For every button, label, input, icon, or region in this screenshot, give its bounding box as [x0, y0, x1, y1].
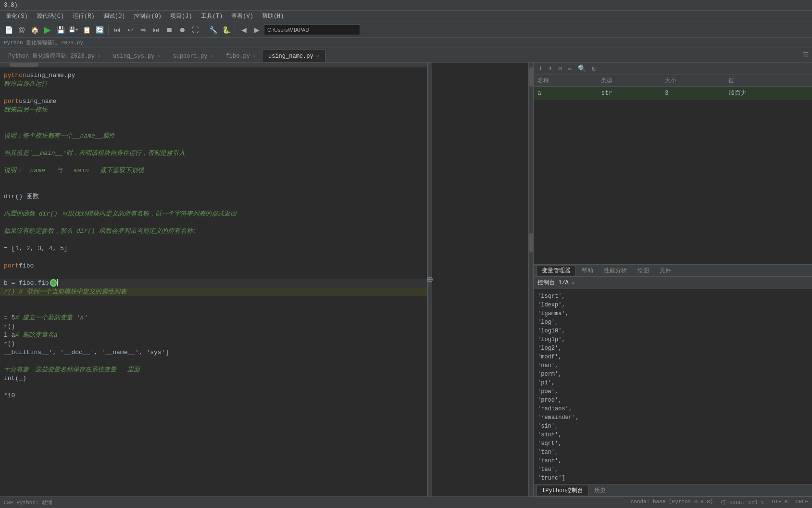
code-comment-3: 说明：每个模块都有一个__name__属性 [4, 132, 115, 140]
toolbar-home[interactable]: 🏠 [29, 24, 40, 36]
menu-run[interactable]: 运行(R) [69, 11, 99, 21]
tab-menu-button[interactable]: ☰ [800, 51, 812, 59]
tab-1[interactable]: using_sys.py ✕ [107, 50, 166, 62]
var-btn-pen[interactable]: ✏ [566, 64, 574, 74]
code-line-4: 我来自另一模块 [0, 106, 427, 114]
console-line-21: 'trunc'] [537, 474, 808, 483]
toolbar-save3[interactable]: 📋 [81, 24, 92, 36]
toolbar-record[interactable]: ⏺ [176, 24, 188, 36]
menu-console[interactable]: 控制台(O) [130, 11, 165, 21]
var-btn-upload[interactable]: ⬆ [546, 64, 554, 74]
tab-history[interactable]: 历史 [589, 485, 611, 495]
code-line-1: python using_name.py [0, 71, 427, 80]
code-line-13: = 5 # 建立一个新的变量 'a' [0, 314, 427, 322]
menu-view[interactable]: 查看(V) [227, 11, 257, 21]
code-line-8: dir() 函数 [0, 192, 427, 201]
tab-ipython[interactable]: IPython控制台 [537, 485, 588, 495]
scroll-thumb-bottom[interactable] [529, 233, 533, 252]
code-line-18: 十分有趣，这些变量名称保存在系统变量 _ 里面 [0, 366, 427, 374]
tab-0[interactable]: Python 量化编程基础-2023.py ✕ [2, 50, 107, 62]
move-cursor-icon: ⊕ [426, 274, 433, 286]
console-panel[interactable]: 'isqrt', 'ldexp', 'lgamma', 'log', 'log1… [534, 289, 812, 484]
console-line-11: 'pow', [537, 387, 808, 396]
var-btn-refresh[interactable]: ↻ [590, 64, 598, 74]
sep3 [235, 25, 235, 35]
status-eol: CRLF [796, 499, 808, 506]
toolbar-expand[interactable]: ⛶ [189, 24, 201, 36]
tab-4-close[interactable]: ✕ [316, 53, 319, 59]
code-assign-a: = 5 [4, 314, 15, 322]
menu-help[interactable]: 帮助(H) [258, 11, 288, 21]
toolbar-save[interactable]: 💾 [55, 24, 66, 36]
toolbar-debug[interactable]: ⏮ [112, 24, 123, 36]
h-scrollbar[interactable] [0, 63, 427, 67]
menu-tools[interactable]: 工具(T) [197, 11, 227, 21]
code-comment-4: 当其值是'__main__'时，表明该模块自身在运行，否则是被引入 [4, 149, 185, 158]
h-scroll-thumb[interactable] [10, 63, 38, 67]
toolbar-step3[interactable]: ⏭ [150, 24, 162, 36]
tab-plot[interactable]: 绘图 [633, 266, 654, 276]
code-comment-1: 程序自身在运行 [4, 80, 48, 89]
tab-1-close[interactable]: ✕ [157, 53, 160, 59]
toolbar-path-input[interactable] [264, 25, 360, 35]
editor-content[interactable]: python using_name.py 程序自身在运行 port using_… [0, 67, 427, 404]
tab-file[interactable]: 文件 [655, 266, 676, 276]
toolbar-stop[interactable]: ⏹ [163, 24, 175, 36]
toolbar-step[interactable]: ↩ [125, 24, 136, 36]
code-line-blank-2 [0, 114, 427, 123]
code-dir-call-2: r() [4, 340, 15, 348]
var-btn-filter[interactable]: ⊘ [556, 64, 564, 74]
tab-help[interactable]: 帮助 [577, 266, 598, 276]
tab-2-close[interactable]: ✕ [211, 53, 213, 59]
toolbar-save2[interactable]: 💾+ [68, 24, 79, 36]
console-close-btn[interactable]: ✕ [572, 280, 575, 286]
toolbar-at[interactable]: @ [16, 24, 27, 36]
tab-4-label: using_name.py [268, 53, 313, 60]
code-comment-6: 内置的函数 dir() 可以找到模块内定义的所有名称，以一个字符串列表的形式返回 [4, 210, 237, 218]
toolbar-wrench[interactable]: 🔧 [207, 24, 219, 36]
editor-scrollbar[interactable] [528, 63, 533, 496]
scroll-thumb-top[interactable] [529, 67, 533, 87]
code-line-blank-7 [0, 184, 427, 192]
tab-perf[interactable]: 性能分析 [599, 266, 632, 276]
var-row-a[interactable]: a str 3 加百力 [534, 87, 812, 100]
menu-debug[interactable]: 调试(D) [100, 11, 129, 21]
var-panel: 名称 类型 大小 值 a str 3 加百力 [534, 75, 812, 264]
menu-project[interactable]: 项目(J) [166, 11, 196, 21]
toolbar-new[interactable]: 📄 [3, 24, 14, 36]
toolbar-refresh[interactable]: 🔄 [94, 24, 105, 36]
console-title: 控制台 1/A [537, 279, 569, 287]
code-comment-7: 如果没有给定参数，那么 dir() 函数会罗列出当前定义的所有名称: [4, 227, 196, 236]
menu-source[interactable]: 源代码(C) [33, 11, 68, 21]
move-icon-container: ⊕ [426, 273, 433, 286]
code-line-2: 程序自身在运行 [0, 80, 427, 89]
code-line-blank-15 [0, 357, 427, 366]
toolbar-python[interactable]: 🐍 [220, 24, 232, 36]
code-line-cursor: b = fibo.fib [0, 279, 427, 288]
tab-3-close[interactable]: ✕ [253, 53, 256, 59]
console-line-19: 'tanh', [537, 457, 808, 465]
code-comment-2: 我来自另一模块 [4, 106, 48, 114]
menu-bar: 量化(S) 源代码(C) 运行(R) 调试(D) 控制台(O) 项目(J) 工具… [0, 11, 812, 22]
tab-2[interactable]: support.py ✕ [167, 50, 220, 62]
project-name: Python 量化编程基础-2023.py [4, 39, 83, 46]
tab-0-close[interactable]: ✕ [98, 53, 100, 59]
console-line-12: 'prod', [537, 396, 808, 405]
menu-quantize[interactable]: 量化(S) [2, 11, 32, 21]
editor-divider[interactable]: ⊕ [427, 63, 432, 496]
tab-4[interactable]: using_name.py ✕ [262, 50, 325, 62]
toolbar-forward[interactable]: ▶ [251, 24, 262, 36]
code-line-blank-3 [0, 123, 427, 132]
toolbar-step2[interactable]: ⇒ [137, 24, 149, 36]
console-line-6: 'log2', [537, 344, 808, 353]
var-btn-search[interactable]: 🔍 [576, 64, 588, 74]
tab-bar: Python 量化编程基础-2023.py ✕ using_sys.py ✕ s… [0, 48, 812, 63]
var-btn-download[interactable]: ⬇ [537, 64, 544, 74]
title-text: 3.8) [4, 2, 18, 9]
tab-3[interactable]: fibo.py ✕ [220, 50, 262, 62]
tab-var-manager[interactable]: 变量管理器 [537, 265, 576, 276]
toolbar-run-green[interactable]: ▶ [42, 24, 53, 36]
code-comment-5: 说明：__name__ 与 __main__ 底下是双下划线 [4, 166, 144, 175]
console-line-16: 'sinh', [537, 431, 808, 439]
toolbar-back[interactable]: ◀ [238, 24, 250, 36]
